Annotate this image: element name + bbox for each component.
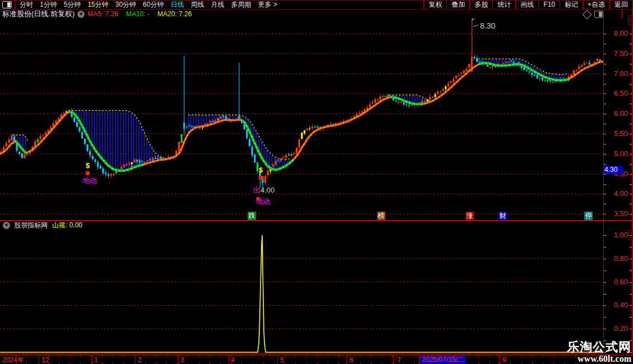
watermark-word: 财 [499,212,507,220]
tool-item-F10[interactable]: F10 [538,1,560,9]
price-axis: 8.007.507.006.506.005.505.004.504.003.50 [603,18,633,220]
indicator-axis-label: 1.00 [614,231,628,239]
menu-item-1分钟[interactable]: 1分钟 [36,0,60,10]
period-menu-items: 分时1分钟5分钟15分钟30分钟60分钟日线周线月线多周期更多 > [16,0,281,10]
menu-divider [15,1,15,9]
trading-app-window: 分时1分钟5分钟15分钟30分钟60分钟日线周线月线多周期更多 > 复权叠加多股… [0,0,633,364]
time-axis-label: 1 [94,356,98,364]
watermark-word: 停 [584,212,593,220]
menu-item-日线[interactable]: 日线 [167,0,187,10]
time-axis-label: 6 [350,356,353,364]
grip-icon[interactable] [628,230,632,240]
diamond-icon[interactable] [583,10,592,20]
price-axis-label: 7.00 [614,69,628,78]
time-axis-label: 3 [180,356,184,364]
indicator-axis-label: 0.20 [614,324,628,333]
current-price-tag: 4.30 [603,166,622,174]
menu-item-更多 >[interactable]: 更多 > [254,0,280,10]
panel-toggle-icon[interactable] [2,1,12,8]
stock-title: 标准股份(日线.前复权) [2,9,75,19]
price-axis-label: 6.00 [614,109,628,118]
price-axis-label: 5.50 [614,129,628,138]
title-axis-divider [622,10,622,18]
top-menu-bar: 分时1分钟5分钟15分钟30分钟60分钟日线周线月线多周期更多 > 复权叠加多股… [0,0,633,10]
ma10-label: MA10: - [126,10,150,18]
indicator-axis-label: 0.60 [614,278,628,286]
menu-item-月线[interactable]: 月线 [207,0,227,10]
price-axis-label: 8.00 [614,29,628,38]
menu-item-分时[interactable]: 分时 [16,0,36,10]
ma20-label: MA20: 7.26 [157,10,192,18]
menu-item-15分钟[interactable]: 15分钟 [84,0,111,10]
price-axis-label: 3.50 [614,209,628,218]
selected-date-tag: 2025/07/15/二 [420,356,466,364]
signal-text: 出 [253,186,260,194]
watermark-site-name: 乐淘公式网 [567,340,631,354]
grip-icon[interactable] [628,16,632,25]
indicator-axis-label: 0.40 [614,301,628,309]
price-axis-label: 7.50 [614,49,628,58]
time-axis-label: 9 [502,356,506,364]
signal-text: 地动 [82,176,97,185]
tool-item-画线[interactable]: 画线 [515,1,538,9]
watermark-site-url: www.60lt.com [567,354,631,363]
period-menu: 分时1分钟5分钟15分钟30分钟60分钟日线周线月线多周期更多 > [0,1,281,9]
watermark-word: 榜 [377,212,385,220]
dollar-icon: $ [259,166,263,174]
indicator-header: ▼ 股朋指标网 山摇: 0.00 [0,220,633,230]
price-axis-label: 6.50 [614,89,628,97]
time-axis-label: 2 [138,356,142,364]
menu-item-60分钟[interactable]: 60分钟 [139,0,167,10]
time-axis: 2024年12123456792025/07/15/二 [0,354,633,364]
tool-menu-items: 复权叠加多股统计画线F10标记+自选返回 [423,1,633,9]
chevron-down-icon[interactable]: ▼ [3,222,10,229]
tool-item-返回[interactable]: 返回 [609,1,633,9]
menu-item-多周期[interactable]: 多周期 [227,0,254,10]
menu-item-周线[interactable]: 周线 [187,0,207,10]
time-axis-label: 5 [280,356,284,364]
tool-item-标记[interactable]: 标记 [560,1,583,9]
tool-item-多股[interactable]: 多股 [469,1,492,9]
main-candlestick-chart[interactable]: 8.30$地动$出4.00地动 [0,18,603,220]
indicator-axis: 1.000.800.600.400.20 [603,229,633,354]
time-axis-label: 7 [397,356,401,364]
tool-item-复权[interactable]: 复权 [423,1,446,9]
watermark-word: 跌 [248,212,256,220]
price-axis-label: 4.00 [614,189,628,198]
indicator-axis-label: 0.80 [614,254,628,263]
right-edge-line [632,10,632,364]
tool-item-+自选[interactable]: +自选 [583,1,609,9]
signal-text: 4.00 [260,186,274,194]
site-watermark: 乐淘公式网 www.60lt.com [567,340,631,363]
menu-item-30分钟[interactable]: 30分钟 [112,0,139,10]
price-axis-label: 5.00 [614,150,628,158]
axis-border-line [603,18,604,354]
chart-title-bar: 标准股份(日线.前复权) ▼ MA5: 7.26 MA10: - MA20: 7… [0,10,633,18]
panel-layout-icon[interactable] [594,11,603,18]
chevron-down-icon[interactable]: ▼ [77,11,85,18]
tool-item-统计[interactable]: 统计 [492,1,515,9]
menu-item-5分钟[interactable]: 5分钟 [60,0,85,10]
high-flag-label: 8.30 [480,21,495,30]
ma5-label: MA5: 7.26 [87,10,118,18]
tool-item-叠加[interactable]: 叠加 [446,1,469,9]
indicator-chart[interactable] [0,229,603,354]
dollar-icon: $ [86,161,90,170]
signal-text: 地动 [255,197,270,206]
watermark-word: 涨 [466,212,474,220]
